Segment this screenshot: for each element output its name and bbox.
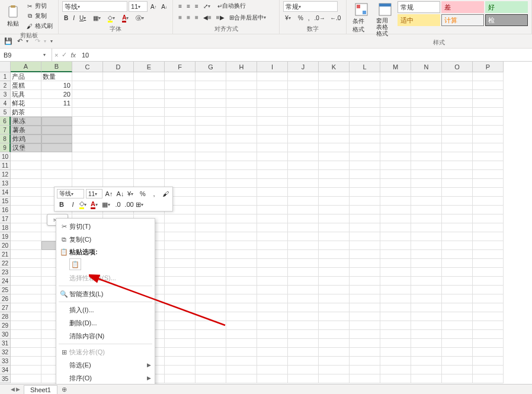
col-header-I[interactable]: I [257, 62, 288, 72]
mini-comma[interactable]: , [149, 189, 159, 198]
cell-B9[interactable] [41, 143, 72, 152]
cell-A10[interactable] [11, 152, 41, 161]
cell-P23[interactable] [473, 268, 504, 277]
cell-M20[interactable] [380, 241, 411, 250]
row-header-13[interactable]: 13 [0, 179, 11, 188]
cell-I18[interactable] [257, 223, 288, 232]
cell-O31[interactable] [442, 339, 473, 348]
cell-L10[interactable] [350, 152, 380, 161]
font-family-select[interactable]: 等线▾ [62, 1, 127, 12]
cell-E3[interactable] [134, 90, 165, 99]
cell-A28[interactable] [11, 312, 41, 321]
cell-F20[interactable] [165, 241, 196, 250]
row-header-9[interactable]: 9 [0, 143, 11, 152]
cell-K4[interactable] [319, 99, 350, 108]
redo-button[interactable]: ↷ [33, 37, 42, 46]
cell-H3[interactable] [226, 90, 257, 99]
col-header-N[interactable]: N [411, 62, 442, 72]
cell-A13[interactable] [11, 179, 41, 188]
cell-F33[interactable] [165, 357, 196, 366]
mini-merge[interactable]: ⊞▾ [136, 200, 145, 209]
cell-K10[interactable] [319, 152, 350, 161]
cell-A19[interactable] [11, 232, 41, 241]
cell-M30[interactable] [380, 330, 411, 339]
cell-N13[interactable] [411, 179, 442, 188]
cell-P19[interactable] [473, 232, 504, 241]
dec-decimal-button[interactable]: ←.0 [328, 14, 342, 22]
align-middle-button[interactable]: ≡ [185, 2, 192, 10]
cell-I34[interactable] [257, 366, 288, 374]
cell-C11[interactable] [72, 161, 103, 170]
cell-L20[interactable] [350, 241, 380, 250]
cell-N11[interactable] [411, 161, 442, 170]
row-header-18[interactable]: 18 [0, 223, 11, 232]
cell-C8[interactable] [72, 134, 103, 143]
cell-J18[interactable] [288, 223, 319, 232]
cell-G19[interactable] [196, 232, 226, 241]
cell-M13[interactable] [380, 179, 411, 188]
underline-button[interactable]: U▾ [78, 14, 90, 22]
cell-J21[interactable] [288, 250, 319, 259]
cell-I12[interactable] [257, 170, 288, 179]
cell-I21[interactable] [257, 250, 288, 259]
cell-I22[interactable] [257, 259, 288, 268]
cell-G13[interactable] [196, 179, 226, 188]
font-color-button[interactable]: A▾ [120, 14, 133, 23]
cell-M6[interactable] [380, 117, 411, 126]
cell-P21[interactable] [473, 250, 504, 259]
ctx-sort[interactable]: 排序(O)▶ [56, 371, 155, 384]
cell-C3[interactable] [72, 90, 103, 99]
cell-M14[interactable] [380, 188, 411, 197]
cell-J10[interactable] [288, 152, 319, 161]
cell-E2[interactable] [134, 81, 165, 90]
cell-N3[interactable] [411, 90, 442, 99]
cell-L18[interactable] [350, 223, 380, 232]
cell-M11[interactable] [380, 161, 411, 170]
cell-M15[interactable] [380, 197, 411, 206]
cell-F17[interactable] [165, 214, 196, 223]
cell-K22[interactable] [319, 259, 350, 268]
cell-K5[interactable] [319, 108, 350, 117]
cell-F4[interactable] [165, 99, 196, 108]
cell-M21[interactable] [380, 250, 411, 259]
cell-J27[interactable] [288, 303, 319, 312]
cell-M23[interactable] [380, 268, 411, 277]
cell-J26[interactable] [288, 294, 319, 303]
row-header-20[interactable]: 20 [0, 241, 11, 250]
ctx-cut[interactable]: ✂剪切(T) [56, 220, 155, 233]
cell-L15[interactable] [350, 197, 380, 206]
cell-H15[interactable] [226, 197, 257, 206]
cell-F34[interactable] [165, 366, 196, 374]
cell-H18[interactable] [226, 223, 257, 232]
cell-I7[interactable] [257, 126, 288, 134]
cell-A14[interactable] [11, 188, 41, 197]
cell-N12[interactable] [411, 170, 442, 179]
cell-L28[interactable] [350, 312, 380, 321]
cell-N28[interactable] [411, 312, 442, 321]
cell-O20[interactable] [442, 241, 473, 250]
cell-M32[interactable] [380, 348, 411, 357]
cell-P3[interactable] [473, 90, 504, 99]
cell-H33[interactable] [226, 357, 257, 366]
cell-A27[interactable] [11, 303, 41, 312]
cell-J29[interactable] [288, 321, 319, 330]
cell-O26[interactable] [442, 294, 473, 303]
cell-I5[interactable] [257, 108, 288, 117]
cell-G32[interactable] [196, 348, 226, 357]
cell-I17[interactable] [257, 214, 288, 223]
cell-J19[interactable] [288, 232, 319, 241]
ctx-smart-lookup[interactable]: 🔍智能查找(L) [56, 287, 155, 300]
cell-F18[interactable] [165, 223, 196, 232]
select-all-corner[interactable] [0, 62, 11, 72]
cell-J24[interactable] [288, 277, 319, 286]
cell-L5[interactable] [350, 108, 380, 117]
cell-I35[interactable] [257, 374, 288, 383]
cell-P8[interactable] [473, 134, 504, 143]
cell-P15[interactable] [473, 197, 504, 206]
cell-M34[interactable] [380, 366, 411, 374]
cell-K7[interactable] [319, 126, 350, 134]
cell-C10[interactable] [72, 152, 103, 161]
cell-O30[interactable] [442, 330, 473, 339]
cell-F30[interactable] [165, 330, 196, 339]
cell-N20[interactable] [411, 241, 442, 250]
